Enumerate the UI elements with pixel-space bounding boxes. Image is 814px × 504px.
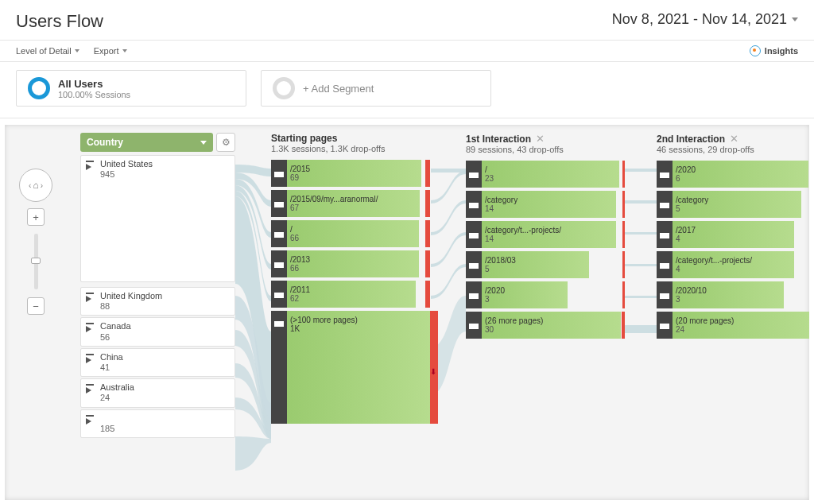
chevron-right-icon: › [41, 181, 43, 190]
node-value: 67 [290, 204, 299, 212]
close-icon[interactable]: ✕ [536, 133, 545, 145]
page-node[interactable]: /66 [271, 220, 430, 247]
node-value: 69 [290, 173, 299, 182]
node-value: 14 [485, 204, 494, 213]
source-node[interactable]: Australia24 [80, 378, 235, 407]
source-node[interactable]: China41 [80, 348, 235, 377]
column-subtitle: 46 sessions, 29 drop-offs [657, 145, 809, 154]
page-icon [274, 200, 284, 207]
source-value: 41 [100, 362, 110, 372]
segment-desc: 100.00% Sessions [58, 90, 130, 99]
page-node[interactable]: /category14 [466, 191, 625, 218]
arrow-icon [86, 383, 97, 394]
date-range-picker[interactable]: Nov 8, 2021 - Nov 14, 2021 [612, 11, 798, 28]
source-node[interactable]: United States945 [80, 155, 235, 282]
insights-button[interactable]: Insights [750, 45, 798, 56]
settings-button[interactable]: ⚙ [216, 133, 235, 152]
node-label: /2017 [676, 226, 696, 235]
node-label: /category/t...-projects/ [676, 256, 752, 265]
node-label: (>100 more pages) [290, 316, 358, 324]
close-icon[interactable]: ✕ [730, 133, 738, 145]
source-label: Canada [100, 321, 131, 331]
source-value: 56 [100, 332, 110, 342]
page-icon [660, 321, 669, 329]
level-of-detail-menu[interactable]: Level of Detail [16, 46, 79, 56]
page-icon [469, 321, 479, 329]
column-subtitle: 1.3K sessions, 1.3K drop-offs [271, 144, 430, 153]
page-node[interactable]: /201162 [271, 281, 430, 308]
page-node[interactable]: /category/t...-projects/14 [466, 221, 625, 248]
page-node[interactable]: /20203 [466, 281, 625, 308]
chevron-down-icon [75, 49, 79, 52]
zoom-slider[interactable] [34, 234, 38, 289]
zoom-handle[interactable] [31, 258, 41, 264]
header: Users Flow Nov 8, 2021 - Nov 14, 2021 [0, 0, 814, 41]
flow-canvas[interactable]: ‹ ⌂ › + − Country ⚙ United States945 [5, 125, 809, 500]
page-node[interactable]: (20 more pages)24 [657, 312, 809, 339]
node-value: 62 [290, 294, 299, 303]
page-node[interactable]: /2018/035 [466, 251, 625, 278]
page-icon [469, 231, 479, 238]
export-menu[interactable]: Export [94, 46, 127, 56]
pan-control[interactable]: ‹ ⌂ › [19, 169, 52, 202]
node-label: /category/t...-projects/ [485, 226, 561, 235]
zoom-in-button[interactable]: + [27, 208, 45, 226]
node-value: 14 [485, 235, 494, 243]
page-icon [274, 169, 284, 177]
source-node[interactable]: United Kingdom88 [80, 287, 235, 316]
level-of-detail-label: Level of Detail [16, 46, 72, 56]
page-icon [469, 200, 479, 208]
more-pages-node[interactable]: ⬇ (>100 more pages)1K [271, 311, 430, 424]
page-icon [274, 230, 284, 238]
page-icon [469, 261, 479, 269]
dimension-label: Country [87, 137, 123, 148]
node-label: (20 more pages) [676, 316, 734, 325]
home-icon: ⌂ [33, 180, 38, 191]
page-node[interactable]: /20174 [657, 221, 809, 248]
add-segment[interactable]: + Add Segment [261, 70, 491, 107]
page-icon [660, 291, 669, 299]
page-node[interactable]: /23 [466, 161, 625, 188]
page-node[interactable]: /2015/09/my...aranormal/67 [271, 190, 430, 217]
insights-icon [750, 45, 761, 56]
chevron-down-icon [122, 49, 127, 52]
page-node[interactable]: /20206 [657, 161, 809, 188]
segment-ring-icon [28, 77, 50, 99]
source-nodes: United States945 United Kingdom88 Canada… [80, 155, 235, 438]
page-icon [660, 231, 669, 238]
first-interaction-column: 1st Interaction ✕ 89 sessions, 43 drop-o… [466, 133, 625, 342]
page-node[interactable]: (26 more pages)30 [466, 312, 625, 339]
page-node[interactable]: /category5 [657, 191, 809, 218]
source-node[interactable]: 185 [80, 409, 235, 438]
page-nodes: /201569/2015/09/my...aranormal/67/66/201… [271, 160, 430, 308]
node-value: 3 [676, 295, 680, 304]
segment-name: All Users [58, 78, 130, 90]
page-node[interactable]: /201569 [271, 160, 430, 187]
date-range-text: Nov 8, 2021 - Nov 14, 2021 [612, 11, 787, 28]
segment-all-users[interactable]: All Users 100.00% Sessions [16, 70, 246, 107]
page-nodes: /23/category14/category/t...-projects/14… [466, 161, 625, 339]
dimension-selector[interactable]: Country [80, 133, 213, 152]
arrow-icon [86, 160, 97, 171]
starting-pages-column: Starting pages 1.3K sessions, 1.3K drop-… [271, 133, 430, 424]
page-icon [660, 200, 669, 208]
export-label: Export [94, 46, 119, 56]
segments-row: All Users 100.00% Sessions + Add Segment [0, 62, 814, 118]
zoom-out-button[interactable]: − [27, 297, 45, 315]
chevron-down-icon [200, 141, 207, 145]
node-label: /2015 [290, 165, 310, 173]
arrow-icon [86, 353, 97, 364]
gear-icon: ⚙ [222, 137, 231, 148]
source-node[interactable]: Canada56 [80, 317, 235, 346]
source-value: 24 [100, 393, 110, 402]
node-value: 6 [676, 174, 680, 183]
source-label: Australia [100, 382, 134, 392]
page-node[interactable]: /2020/103 [657, 281, 809, 308]
page-node[interactable]: /201366 [271, 250, 430, 277]
chevron-down-icon [792, 17, 798, 21]
node-label: /2011 [290, 285, 310, 294]
page-node[interactable]: /category/t...-projects/4 [657, 251, 809, 278]
node-value: 66 [290, 264, 299, 273]
source-label: United States [100, 159, 153, 169]
column-title: 2nd Interaction [657, 134, 725, 145]
